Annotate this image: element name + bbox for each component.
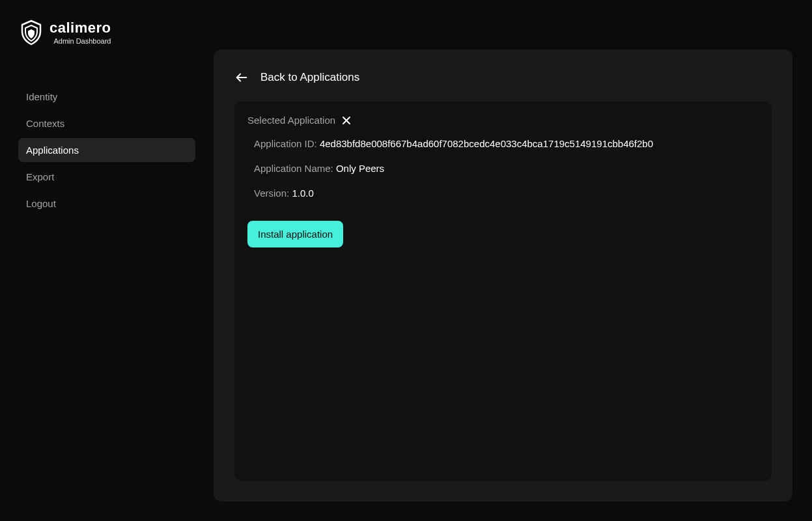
content-panel: Back to Applications Selected Applicatio… bbox=[214, 49, 792, 501]
application-name-field: Application Name: Only Peers bbox=[247, 161, 759, 176]
install-application-button[interactable]: Install application bbox=[247, 221, 343, 247]
main: Back to Applications Selected Applicatio… bbox=[214, 0, 812, 521]
sidebar-item-logout[interactable]: Logout bbox=[18, 191, 195, 216]
sidebar-nav: Identity Contexts Applications Export Lo… bbox=[0, 85, 214, 216]
shield-icon bbox=[20, 20, 43, 46]
sidebar-item-contexts[interactable]: Contexts bbox=[18, 111, 195, 135]
field-value: 4ed83bfd8e008f667b4ad60f7082bcedc4e033c4… bbox=[320, 138, 653, 149]
sidebar-item-label: Applications bbox=[26, 145, 79, 156]
field-value: Only Peers bbox=[336, 163, 384, 174]
sidebar-item-export[interactable]: Export bbox=[18, 165, 195, 189]
application-id-field: Application ID: 4ed83bfd8e008f667b4ad60f… bbox=[247, 136, 759, 152]
brand-name: calimero bbox=[49, 21, 111, 35]
selected-application-card: Selected Application Application ID: 4ed… bbox=[234, 102, 772, 481]
sidebar-item-applications[interactable]: Applications bbox=[18, 138, 195, 162]
back-to-applications[interactable]: Back to Applications bbox=[234, 70, 359, 85]
close-icon[interactable] bbox=[342, 116, 351, 125]
sidebar-item-identity[interactable]: Identity bbox=[18, 85, 195, 109]
sidebar-item-label: Identity bbox=[26, 91, 57, 102]
sidebar: calimero Admin Dashboard Identity Contex… bbox=[0, 0, 214, 521]
field-label: Application ID: bbox=[254, 138, 320, 149]
back-label: Back to Applications bbox=[260, 71, 359, 84]
sidebar-item-label: Export bbox=[26, 171, 54, 182]
sidebar-item-label: Logout bbox=[26, 198, 56, 209]
arrow-left-icon bbox=[234, 70, 249, 85]
install-button-label: Install application bbox=[258, 229, 333, 240]
field-label: Version: bbox=[254, 188, 292, 199]
field-value: 1.0.0 bbox=[292, 188, 313, 199]
field-label: Application Name: bbox=[254, 163, 336, 174]
brand-logo: calimero Admin Dashboard bbox=[0, 20, 214, 46]
application-version-field: Version: 1.0.0 bbox=[247, 186, 759, 201]
sidebar-item-label: Contexts bbox=[26, 118, 64, 129]
brand-subtitle: Admin Dashboard bbox=[49, 38, 111, 45]
card-title: Selected Application bbox=[247, 115, 335, 126]
